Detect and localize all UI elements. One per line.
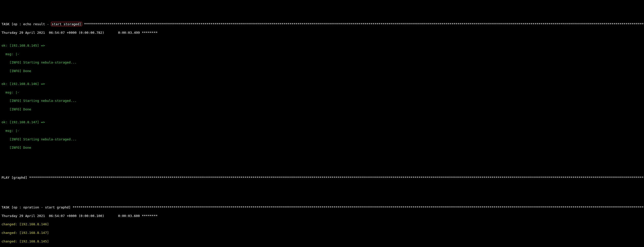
ok-host-146: ok: [192.168.8.146] => bbox=[2, 82, 642, 86]
asterisks: ****************************************… bbox=[73, 205, 644, 209]
timestamp-line: Thursday 29 April 2021 06:54:07 +0000 (0… bbox=[2, 31, 642, 35]
timestamp-line: Thursday 29 April 2021 06:54:07 +0000 (0… bbox=[2, 214, 642, 218]
timestamp: Thursday 29 April 2021 06:54:07 +0000 (0… bbox=[2, 31, 142, 35]
info-line: [INFO] Starting nebula-storaged... bbox=[2, 99, 642, 103]
blank-line bbox=[2, 188, 642, 193]
task-prefix: TASK [op : echo result - bbox=[2, 22, 51, 26]
changed-147: changed: [192.168.8.147] bbox=[2, 231, 642, 235]
info-done: [INFO] Done bbox=[2, 69, 642, 73]
asterisks: ****************************************… bbox=[84, 22, 644, 26]
play-header-graphd: PLAY [graphd] **************************… bbox=[2, 176, 642, 180]
info-done: [INFO] Done bbox=[2, 146, 642, 150]
asterisks-short: ******** bbox=[142, 31, 158, 35]
changed-146: changed: [192.168.8.146] bbox=[2, 222, 642, 227]
ok-host-147: ok: [192.168.8.147] => bbox=[2, 120, 642, 125]
info-line: [INFO] Starting nebula-storaged... bbox=[2, 60, 642, 65]
changed-145: changed: [192.168.8.145] bbox=[2, 239, 642, 244]
play-prefix: PLAY [graphd] bbox=[2, 176, 29, 179]
highlight-start-storaged: start storaged] bbox=[51, 22, 82, 26]
info-done: [INFO] Done bbox=[2, 107, 642, 112]
msg-label: msg: |- bbox=[2, 90, 642, 95]
timestamp: Thursday 29 April 2021 06:54:07 +0000 (0… bbox=[2, 214, 142, 218]
asterisks: ****************************************… bbox=[29, 176, 644, 179]
info-line: [INFO] Starting nebula-storaged... bbox=[2, 137, 642, 142]
task-header-opration-graphd: TASK [op : opration - start graphd] ****… bbox=[2, 205, 642, 210]
task-header-echo-storaged: TASK [op : echo result - start storaged]… bbox=[2, 22, 642, 26]
ok-host-145: ok: [192.168.8.145] => bbox=[2, 44, 642, 48]
asterisks-short: ******** bbox=[142, 214, 158, 218]
task-suffix bbox=[82, 22, 84, 26]
task-prefix: TASK [op : opration - start graphd] bbox=[2, 205, 73, 209]
msg-label: msg: |- bbox=[2, 129, 642, 133]
msg-label: msg: |- bbox=[2, 52, 642, 56]
blank-line bbox=[2, 159, 642, 163]
